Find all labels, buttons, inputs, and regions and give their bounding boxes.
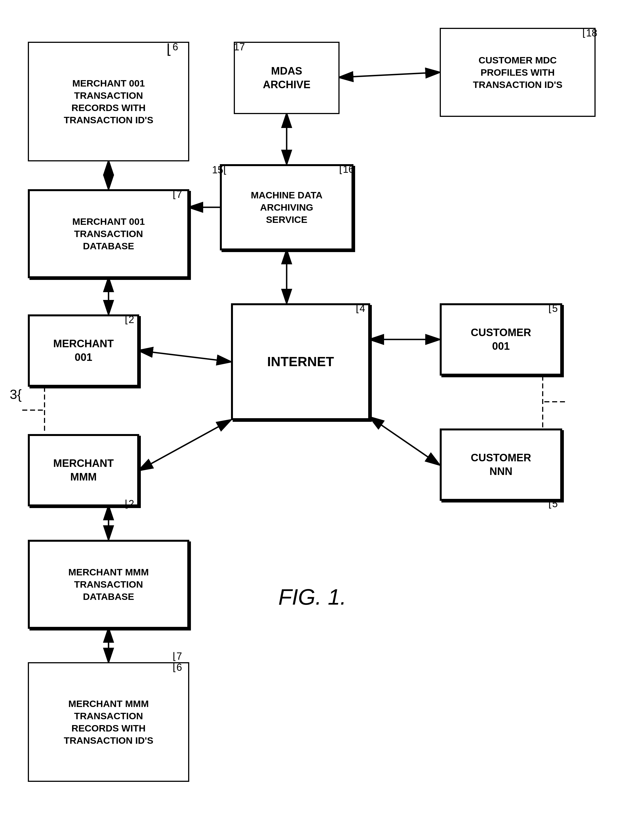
- merchant-mmm-db-box: MERCHANT MMMTRANSACTIONDATABASE: [28, 540, 189, 629]
- svg-line-14: [370, 417, 439, 465]
- internet-box: INTERNET: [231, 303, 370, 420]
- svg-line-4: [139, 351, 230, 362]
- merchant001-records-box: MERCHANT 001TRANSACTIONRECORDS WITHTRANS…: [28, 42, 189, 161]
- merchant-mmm-records-box: MERCHANT MMMTRANSACTIONRECORDS WITHTRANS…: [28, 662, 189, 782]
- tag-machine-data: ⌊16: [339, 164, 354, 175]
- tag-15: 15⌊: [212, 164, 227, 176]
- tag-merchant001-records: 6: [173, 41, 178, 53]
- tag-7-bottom: ⌊7: [173, 651, 182, 662]
- tag-merchant001-db: ⌊7: [173, 188, 182, 200]
- machine-data-archiving-box: MACHINE DATAARCHIVINGSERVICE: [220, 164, 353, 250]
- customer-nnn-box: CUSTOMERNNN: [440, 429, 562, 501]
- tag-internet: ⌊4: [356, 303, 365, 314]
- merchant001-box: MERCHANT001: [28, 314, 139, 387]
- tag-customer-mdc-profiles: ⌊18: [582, 27, 597, 39]
- tag-curve-6-1: ⌊: [166, 41, 172, 57]
- svg-line-11: [340, 72, 439, 77]
- tag-customer001: ⌊5: [548, 303, 558, 314]
- figure-label: FIG. 1.: [278, 584, 347, 610]
- svg-line-7: [139, 420, 230, 470]
- tag-mdas-archive: 17: [234, 41, 245, 53]
- tag-customer-nnn: ⌊5: [548, 498, 558, 510]
- tag-merchant001: ⌊2: [125, 314, 134, 326]
- tag-merchant-mmm: ⌊2: [125, 498, 134, 510]
- merchant001-db-box: MERCHANT 001TRANSACTIONDATABASE: [28, 189, 189, 278]
- tag-merchant-mmm-records: ⌊6: [173, 661, 182, 673]
- diagram-container: MERCHANT 001TRANSACTIONRECORDS WITHTRANS…: [0, 0, 644, 813]
- mdas-archive-box: MDASARCHIVE: [234, 42, 340, 114]
- merchant-mmm-box: MERCHANTMMM: [28, 434, 139, 507]
- customer-mdc-profiles-box: CUSTOMER MDCPROFILES WITHTRANSACTION ID'…: [440, 28, 596, 117]
- customer001-box: CUSTOMER001: [440, 303, 562, 376]
- tag-3: 3{: [10, 387, 22, 402]
